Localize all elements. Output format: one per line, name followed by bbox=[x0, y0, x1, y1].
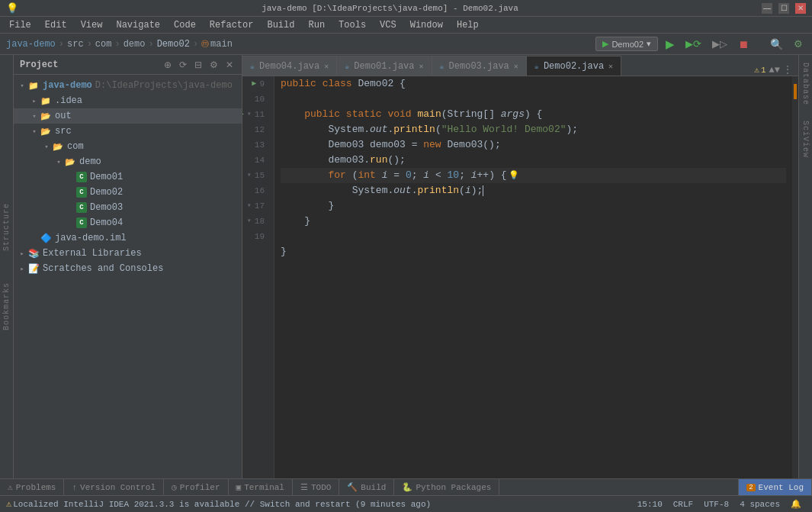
tab-todo[interactable]: ☰ TODO bbox=[293, 479, 339, 495]
tab-demo01-close[interactable]: ✕ bbox=[419, 62, 424, 71]
tab-event-log[interactable]: 2 Event Log bbox=[738, 479, 812, 495]
fold-arrow-11[interactable]: ▾ bbox=[247, 107, 252, 122]
breadcrumb-com[interactable]: com bbox=[95, 39, 112, 50]
menu-view[interactable]: View bbox=[75, 18, 109, 32]
close-button[interactable]: ✕ bbox=[795, 3, 806, 14]
run-arrow-9[interactable]: ▶ bbox=[252, 76, 256, 92]
tree-src[interactable]: ▾ 📂 src bbox=[14, 124, 242, 139]
tree-out[interactable]: ▾ 📂 out bbox=[14, 108, 242, 124]
encoding[interactable]: UTF-8 bbox=[699, 500, 733, 509]
menu-edit[interactable]: Edit bbox=[39, 18, 73, 32]
run-config-button[interactable]: ▶ Demo02 ▾ bbox=[595, 37, 658, 51]
tree-demo[interactable]: ▾ 📂 demo bbox=[14, 154, 242, 169]
left-sidebar: Structure Bookmarks bbox=[0, 55, 14, 478]
tab-python-packages[interactable]: 🐍 Python Packages bbox=[394, 479, 499, 495]
code-area[interactable]: public class Demo02 { public static bbox=[274, 76, 792, 478]
tabs-scroll-up[interactable]: ▲ bbox=[769, 65, 775, 76]
panel-collapse-button[interactable]: ⊟ bbox=[192, 59, 204, 71]
panel-sync-button[interactable]: ⟳ bbox=[177, 59, 189, 71]
iml-no-expand bbox=[29, 233, 40, 243]
menu-file[interactable]: File bbox=[3, 18, 37, 32]
panel-close-button[interactable]: ✕ bbox=[223, 59, 236, 71]
panel-settings-button[interactable]: ⚙ bbox=[207, 59, 220, 71]
stop-button[interactable]: ⏹ bbox=[735, 37, 752, 52]
terminal-label: Terminal bbox=[244, 483, 284, 492]
minimize-button[interactable]: — bbox=[762, 3, 772, 14]
notifications-icon[interactable]: 🔔 bbox=[786, 499, 806, 509]
menu-window[interactable]: Window bbox=[404, 18, 449, 32]
editor-scrollbar[interactable] bbox=[792, 76, 798, 478]
tab-demo03[interactable]: ☕ Demo03.java ✕ bbox=[432, 56, 527, 76]
line-ending[interactable]: CRLF bbox=[669, 500, 698, 509]
com-label: com bbox=[67, 141, 84, 152]
breadcrumb-project[interactable]: java-demo bbox=[6, 39, 56, 50]
demo01-no-expand bbox=[66, 172, 76, 182]
breadcrumb-main[interactable]: main bbox=[210, 39, 233, 50]
lightbulb-icon[interactable]: 💡 bbox=[509, 168, 519, 183]
tab-demo04-close[interactable]: ✕ bbox=[324, 62, 329, 71]
menu-tools[interactable]: Tools bbox=[332, 18, 372, 32]
param-type: String bbox=[448, 107, 483, 122]
menu-refactor[interactable]: Refactor bbox=[204, 18, 260, 32]
breadcrumb-demo[interactable]: demo bbox=[124, 39, 146, 50]
tree-ext-libs[interactable]: ▸ 📚 External Libraries bbox=[14, 246, 242, 261]
tab-profiler[interactable]: ◷ Profiler bbox=[164, 479, 228, 495]
cursor-position[interactable]: 15:10 bbox=[633, 500, 667, 509]
tab-version-control[interactable]: ↑ Version Control bbox=[64, 479, 164, 495]
menu-run[interactable]: Run bbox=[302, 18, 331, 32]
coverage-button[interactable]: ▶▷ bbox=[709, 37, 730, 51]
menu-help[interactable]: Help bbox=[451, 18, 485, 32]
var-i-decl: i bbox=[382, 168, 388, 183]
run-extra-button[interactable]: ▶⟳ bbox=[682, 37, 704, 51]
tree-scratches[interactable]: ▸ 📝 Scratches and Consoles bbox=[14, 261, 242, 276]
tab-demo01[interactable]: ☕ Demo01.java ✕ bbox=[337, 56, 432, 76]
fold-arrow-15[interactable]: ▾ bbox=[247, 168, 252, 183]
tabs-scroll-down[interactable]: ▼ bbox=[775, 65, 780, 76]
sciview-panel-tab[interactable]: SciView bbox=[800, 116, 811, 163]
tab-demo02[interactable]: ☕ Demo02.java ✕ bbox=[527, 56, 621, 76]
tab-problems[interactable]: ⚠ Problems bbox=[0, 479, 64, 495]
tab-demo04[interactable]: ☕ Demo04.java ✕ bbox=[242, 56, 337, 76]
panel-add-button[interactable]: ⊕ bbox=[162, 59, 174, 71]
tabs-more[interactable]: ⋮ bbox=[783, 64, 792, 76]
bookmarks-label[interactable]: Bookmarks bbox=[2, 282, 11, 330]
breadcrumb-src[interactable]: src bbox=[67, 39, 84, 50]
menu-vcs[interactable]: VCS bbox=[374, 18, 403, 32]
tree-root[interactable]: ▾ 📁 java-demo D:\IdeaProjects\java-demo bbox=[14, 78, 242, 93]
tree-demo04[interactable]: C Demo04 bbox=[14, 215, 242, 230]
tree-iml[interactable]: 🔷 java-demo.iml bbox=[14, 230, 242, 246]
run-button[interactable]: ▶ bbox=[663, 36, 678, 53]
menu-code[interactable]: Code bbox=[168, 18, 202, 32]
tab-terminal[interactable]: ▣ Terminal bbox=[229, 479, 293, 495]
settings-button[interactable]: ⚙ bbox=[791, 37, 806, 51]
tree-com[interactable]: ▾ 📂 com bbox=[14, 139, 242, 154]
breadcrumb-demo02[interactable]: Demo02 bbox=[157, 39, 190, 50]
tab-demo02-close[interactable]: ✕ bbox=[608, 62, 613, 71]
menu-build[interactable]: Build bbox=[261, 18, 300, 32]
tree-demo01[interactable]: C Demo01 bbox=[14, 169, 242, 185]
tab-demo02-label: Demo02.java bbox=[544, 61, 604, 72]
tab-build[interactable]: 🔨 Build bbox=[339, 479, 394, 495]
println-12: println bbox=[393, 122, 435, 137]
search-everywhere-button[interactable]: 🔍 bbox=[767, 37, 786, 52]
kw-void-11: void bbox=[387, 107, 411, 122]
tab-demo03-close[interactable]: ✕ bbox=[514, 62, 518, 71]
run-arrow-11[interactable]: ▶ bbox=[242, 107, 244, 122]
tree-demo02[interactable]: C Demo02 bbox=[14, 185, 242, 200]
demo03-no-expand bbox=[66, 202, 76, 213]
fold-close-18[interactable]: ▾ bbox=[247, 214, 252, 229]
new-demo03: Demo03 bbox=[447, 137, 483, 153]
tree-demo03[interactable]: C Demo03 bbox=[14, 200, 242, 215]
out-16: out bbox=[393, 183, 411, 198]
profiler-icon: ◷ bbox=[172, 482, 177, 492]
database-panel-tab[interactable]: Database bbox=[800, 58, 811, 110]
tree-idea[interactable]: ▸ 📁 .idea bbox=[14, 93, 242, 108]
menu-navigate[interactable]: Navigate bbox=[110, 18, 166, 32]
python-icon: 🐍 bbox=[402, 482, 412, 492]
gutter-line-16: 16 bbox=[242, 183, 268, 198]
maximize-button[interactable]: ☐ bbox=[778, 3, 789, 14]
fold-close-17[interactable]: ▾ bbox=[247, 198, 252, 214]
structure-label[interactable]: Structure bbox=[2, 203, 11, 251]
indent-settings[interactable]: 4 spaces bbox=[735, 500, 785, 509]
idea-expand-icon: ▸ bbox=[29, 95, 40, 106]
